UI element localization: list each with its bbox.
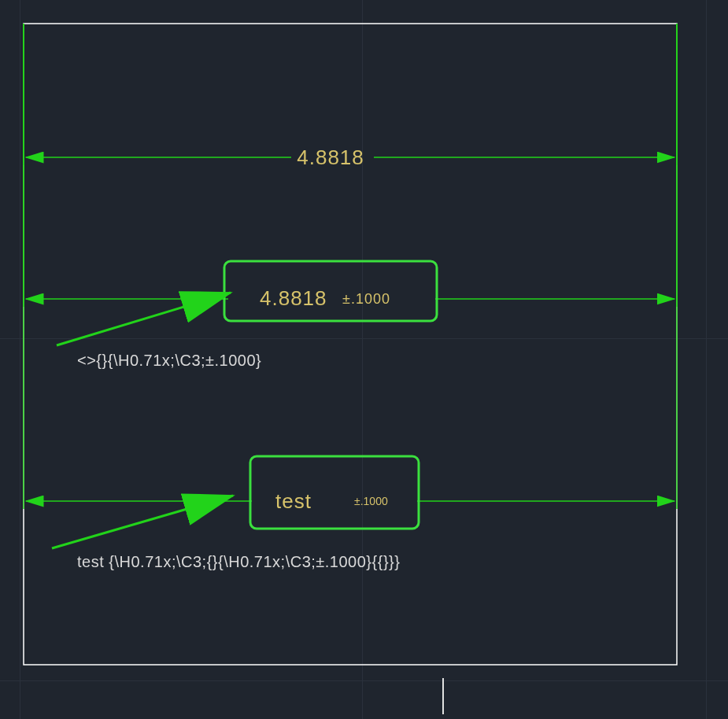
callout-1-arrow [57, 293, 231, 345]
highlight-box-2 [224, 261, 437, 321]
dimension-3[interactable]: test ±.1000 [24, 24, 677, 529]
dimension-1[interactable]: 4.8818 [24, 24, 677, 169]
dim1-value: 4.8818 [297, 146, 364, 169]
dim2-tolerance: ±.1000 [342, 291, 390, 307]
callout-1: <>{}{\H0.71x;\C3;±.1000} [57, 293, 261, 369]
dimension-2[interactable]: 4.8818 ±.1000 [24, 24, 677, 321]
dim3-value: test [275, 489, 312, 513]
callout-1-text: <>{}{\H0.71x;\C3;±.1000} [77, 352, 261, 369]
callout-2: test {\H0.71x;\C3;{}{\H0.71x;\C3;±.1000}… [52, 496, 400, 570]
cad-canvas[interactable]: 4.8818 4.8818 ±.1000 test ±.1000 <>{}{\H… [0, 0, 728, 719]
dim3-tolerance: ±.1000 [354, 495, 388, 507]
callout-2-text: test {\H0.71x;\C3;{}{\H0.71x;\C3;±.1000}… [77, 553, 400, 570]
dim2-value: 4.8818 [260, 286, 327, 310]
callout-2-arrow [52, 496, 233, 548]
